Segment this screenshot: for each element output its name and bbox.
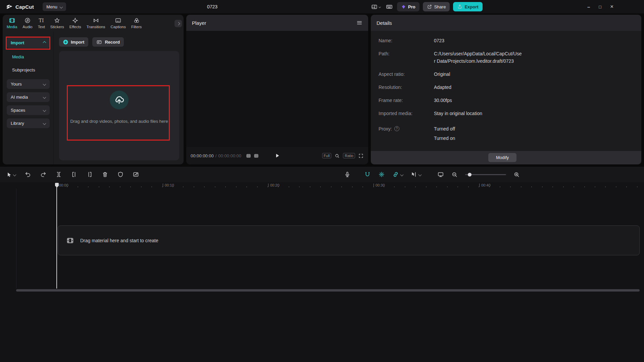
media-dropzone[interactable]: Drag and drop videos, photos, and audio …	[59, 51, 179, 160]
record-voiceover-button[interactable]	[344, 171, 351, 178]
overlay-button[interactable]	[133, 171, 139, 178]
delete-button[interactable]	[102, 171, 108, 178]
frame-grid-icon[interactable]	[254, 153, 259, 158]
field-label: Proxy:	[379, 125, 392, 133]
player-menu-button[interactable]	[356, 20, 362, 26]
tab-transitions[interactable]: Transitions	[84, 16, 108, 30]
tab-text[interactable]: TI Text	[35, 16, 48, 30]
player-view-controls: Full Ratio	[322, 153, 364, 159]
project-title: 0723	[207, 0, 217, 13]
redo-button[interactable]	[40, 171, 47, 178]
select-tool-button[interactable]	[6, 172, 16, 177]
full-toggle[interactable]: Full	[322, 153, 332, 158]
maximize-button[interactable]: □	[599, 4, 601, 9]
details-footer-bar: Modify	[371, 151, 641, 164]
auto-snap-toggle[interactable]	[364, 171, 371, 178]
timeline-scrollbar[interactable]	[16, 289, 640, 292]
keyboard-icon	[386, 3, 393, 10]
modify-button[interactable]: Modify	[488, 153, 516, 162]
export-button[interactable]: Export	[453, 2, 482, 11]
delete-right-button[interactable]	[86, 171, 93, 178]
chevron-down-icon	[418, 173, 422, 176]
export-label: Export	[464, 4, 478, 9]
window-controls: – □ ×	[587, 0, 613, 13]
sidebar-item-label: Subprojects	[12, 67, 35, 72]
tab-media[interactable]: Media	[4, 16, 20, 30]
details-row-name: Name: 0723	[379, 37, 641, 44]
cursor-mode-button[interactable]	[410, 171, 421, 178]
sidebar-item-spaces[interactable]: Spaces	[7, 105, 50, 115]
timecode-duration: 00:00:00:00	[218, 153, 241, 158]
cursor-icon	[6, 172, 12, 177]
fit-zoom-icon[interactable]	[334, 153, 340, 159]
details-row-path: Path: C:/Users/user/AppData/Local/CapCut…	[379, 50, 641, 65]
tab-label: Stickers	[50, 25, 64, 29]
menu-button[interactable]: Menu	[43, 2, 66, 11]
minimize-button[interactable]: –	[587, 4, 590, 10]
timeline-dropzone[interactable]: Drag material here and start to create	[58, 225, 640, 255]
zoom-slider-thumb[interactable]	[468, 173, 472, 176]
player-panel: Player 00:00:00:00 / 00:00:00:00	[186, 15, 368, 164]
player-mini-buttons	[246, 153, 259, 158]
layout-toggle-button[interactable]	[370, 3, 382, 11]
zoom-out-button[interactable]	[451, 171, 458, 178]
field-label: Resolution:	[379, 84, 434, 91]
export-icon	[457, 4, 462, 9]
transitions-icon	[93, 17, 99, 24]
tab-filters[interactable]: Filters	[129, 16, 144, 30]
pro-diamond-icon	[401, 4, 406, 9]
record-icon	[96, 39, 102, 45]
pro-button[interactable]: Pro	[397, 2, 419, 11]
split-button[interactable]	[55, 171, 62, 178]
undo-button[interactable]	[24, 171, 31, 178]
share-button[interactable]: Share	[423, 2, 450, 11]
fullscreen-icon[interactable]	[358, 153, 364, 159]
capcut-logo-icon	[6, 3, 13, 10]
field-value: C:/Users/user/AppData/Local/CapCut/User …	[434, 50, 523, 65]
tabs-more-button[interactable]	[175, 20, 182, 27]
titlebar: CapCut Menu 0723	[0, 0, 644, 13]
player-viewport	[186, 31, 368, 147]
play-button[interactable]	[274, 153, 280, 159]
tab-effects[interactable]: Effects	[67, 16, 84, 30]
sidebar-item-subprojects[interactable]: Subprojects	[12, 65, 53, 74]
details-row-frame-rate: Frame rate: 30.00fps	[379, 97, 641, 104]
sidebar-item-library[interactable]: Library	[7, 118, 50, 128]
chevron-down-icon	[43, 109, 46, 112]
record-button[interactable]: Record	[92, 37, 124, 47]
timecode-current: 00:00:00:00	[191, 153, 214, 158]
help-icon[interactable]: ?	[394, 126, 399, 131]
mask-button[interactable]	[117, 171, 124, 178]
panels-row: Media Audio TI T	[3, 15, 641, 164]
tab-captions[interactable]: Captions	[108, 16, 129, 30]
tab-label: Audio	[22, 25, 32, 29]
chevron-down-icon	[379, 5, 381, 8]
frame-grid-icon[interactable]	[246, 153, 251, 158]
sidebar-item-media[interactable]: Media	[12, 52, 53, 61]
field-label: Imported media:	[379, 110, 434, 117]
tab-stickers[interactable]: Stickers	[48, 16, 67, 30]
timeline-display-button[interactable]	[437, 171, 444, 178]
tab-label: Text	[38, 25, 45, 29]
ratio-toggle[interactable]: Ratio	[343, 153, 355, 158]
timeline-zoom-slider[interactable]	[465, 174, 506, 175]
flash-toggle[interactable]	[378, 171, 385, 178]
share-label: Share	[434, 4, 446, 9]
delete-left-button[interactable]	[71, 171, 78, 178]
tab-audio[interactable]: Audio	[20, 16, 35, 30]
sidebar-item-import[interactable]: Import	[7, 37, 50, 48]
zoom-in-button[interactable]	[513, 171, 520, 178]
chevron-down-icon	[43, 122, 46, 125]
field-label: Path:	[379, 50, 434, 65]
close-button[interactable]: ×	[610, 3, 613, 10]
sidebar-item-ai-media[interactable]: AI media	[7, 92, 50, 102]
shortcuts-button[interactable]	[385, 2, 394, 11]
import-button[interactable]: Import	[59, 37, 88, 47]
sidebar-item-yours[interactable]: Yours	[7, 79, 50, 89]
details-row-clipped: Turned on	[379, 135, 641, 142]
svg-text:TI: TI	[39, 18, 44, 23]
linkage-toggle[interactable]	[392, 171, 403, 178]
field-value: Turned on	[434, 135, 523, 142]
chevron-down-icon	[43, 96, 46, 99]
details-title: Details	[377, 20, 392, 26]
